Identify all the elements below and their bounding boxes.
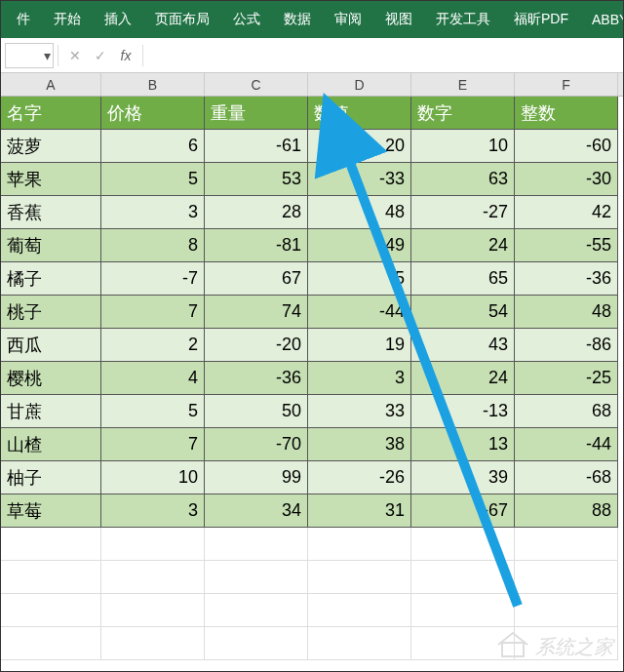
tab-data[interactable]: 数据 — [272, 1, 323, 38]
table-cell-value[interactable]: 48 — [515, 296, 618, 329]
table-cell-value[interactable]: 54 — [411, 296, 515, 329]
table-cell-name[interactable]: 甘蔗 — [1, 395, 101, 428]
empty-cell[interactable] — [101, 561, 205, 594]
empty-cell[interactable] — [205, 594, 308, 627]
table-header-cell[interactable]: 价格 — [101, 97, 205, 130]
table-cell-value[interactable]: -7 — [101, 262, 205, 296]
empty-cell[interactable] — [515, 561, 618, 594]
table-header-cell[interactable]: 整数 — [515, 97, 618, 130]
table-cell-name[interactable]: 桃子 — [1, 296, 101, 329]
tab-view[interactable]: 视图 — [373, 1, 424, 38]
table-cell-value[interactable]: 5 — [308, 262, 411, 296]
table-cell-name[interactable]: 西瓜 — [1, 329, 101, 362]
empty-cell[interactable] — [1, 561, 101, 594]
empty-cell[interactable] — [411, 528, 515, 561]
table-cell-name[interactable]: 菠萝 — [1, 130, 101, 163]
table-cell-value[interactable]: -68 — [515, 461, 618, 494]
table-cell-value[interactable]: 63 — [411, 163, 515, 196]
col-header-B[interactable]: B — [101, 73, 205, 96]
empty-cell[interactable] — [411, 561, 515, 594]
empty-cell[interactable] — [101, 594, 205, 627]
table-cell-value[interactable]: 28 — [205, 196, 308, 229]
table-cell-value[interactable]: -30 — [515, 163, 618, 196]
table-cell-value[interactable]: -33 — [308, 163, 411, 196]
table-cell-value[interactable]: -26 — [308, 461, 411, 494]
table-cell-value[interactable]: 2 — [101, 329, 205, 362]
empty-cell[interactable] — [205, 561, 308, 594]
tab-home[interactable]: 开始 — [42, 1, 93, 38]
table-cell-value[interactable]: 68 — [515, 395, 618, 428]
table-cell-value[interactable]: 74 — [205, 296, 308, 329]
table-cell-value[interactable]: 53 — [205, 163, 308, 196]
confirm-icon[interactable]: ✓ — [88, 48, 113, 63]
table-cell-value[interactable]: 24 — [411, 229, 515, 262]
table-cell-value[interactable]: 5 — [101, 163, 205, 196]
table-cell-value[interactable]: 43 — [411, 329, 515, 362]
table-cell-value[interactable]: 99 — [205, 461, 308, 494]
table-cell-value[interactable]: 7 — [101, 296, 205, 329]
table-cell-value[interactable]: 48 — [308, 196, 411, 229]
table-cell-value[interactable]: 6 — [101, 130, 205, 163]
table-cell-value[interactable]: 13 — [411, 428, 515, 461]
table-cell-value[interactable]: 88 — [515, 494, 618, 528]
table-cell-name[interactable]: 山楂 — [1, 428, 101, 461]
table-cell-value[interactable]: 3 — [101, 494, 205, 528]
table-cell-value[interactable]: 65 — [411, 262, 515, 296]
table-cell-value[interactable]: -70 — [205, 428, 308, 461]
table-cell-name[interactable]: 樱桃 — [1, 362, 101, 395]
empty-cell[interactable] — [515, 528, 618, 561]
table-cell-value[interactable]: 4 — [101, 362, 205, 395]
empty-cell[interactable] — [308, 528, 411, 561]
table-cell-value[interactable]: -86 — [515, 329, 618, 362]
tab-developer[interactable]: 开发工具 — [424, 1, 502, 38]
empty-cell[interactable] — [1, 594, 101, 627]
table-cell-value[interactable]: 31 — [308, 494, 411, 528]
table-header-cell[interactable]: 名字 — [1, 97, 101, 130]
table-cell-value[interactable]: 50 — [205, 395, 308, 428]
table-cell-value[interactable]: 33 — [308, 395, 411, 428]
empty-cell[interactable] — [101, 528, 205, 561]
empty-cell[interactable] — [1, 627, 101, 660]
table-cell-value[interactable]: 49 — [308, 229, 411, 262]
tab-insert[interactable]: 插入 — [93, 1, 143, 38]
table-cell-value[interactable]: 10 — [411, 130, 515, 163]
tab-foxit[interactable]: 福昕PDF — [502, 1, 580, 38]
table-cell-value[interactable]: 20 — [308, 130, 411, 163]
name-box[interactable]: ▾ — [5, 43, 54, 68]
table-cell-value[interactable]: -44 — [515, 428, 618, 461]
table-cell-value[interactable]: -81 — [205, 229, 308, 262]
table-cell-value[interactable]: -20 — [205, 329, 308, 362]
table-header-cell[interactable]: 数字 — [411, 97, 515, 130]
table-header-cell[interactable]: 重量 — [205, 97, 308, 130]
table-cell-value[interactable]: 34 — [205, 494, 308, 528]
table-cell-value[interactable]: 8 — [101, 229, 205, 262]
spreadsheet-grid[interactable]: 名字价格重量数值数字整数菠萝6-612010-60苹果553-3363-30香蕉… — [1, 97, 623, 660]
table-cell-value[interactable]: -60 — [515, 130, 618, 163]
col-header-C[interactable]: C — [205, 73, 308, 96]
tab-abbyy[interactable]: ABBYY F — [580, 1, 624, 38]
table-cell-name[interactable]: 香蕉 — [1, 196, 101, 229]
table-cell-name[interactable]: 草莓 — [1, 494, 101, 528]
empty-cell[interactable] — [515, 594, 618, 627]
table-cell-value[interactable]: 5 — [101, 395, 205, 428]
empty-cell[interactable] — [411, 594, 515, 627]
empty-cell[interactable] — [308, 594, 411, 627]
table-cell-name[interactable]: 橘子 — [1, 262, 101, 296]
table-cell-value[interactable]: 10 — [101, 461, 205, 494]
empty-cell[interactable] — [1, 528, 101, 561]
table-cell-value[interactable]: 3 — [308, 362, 411, 395]
cancel-icon[interactable]: ✕ — [62, 48, 88, 63]
col-header-F[interactable]: F — [515, 73, 618, 96]
table-header-cell[interactable]: 数值 — [308, 97, 411, 130]
empty-cell[interactable] — [205, 528, 308, 561]
table-cell-value[interactable]: 24 — [411, 362, 515, 395]
col-header-A[interactable]: A — [1, 73, 101, 96]
table-cell-value[interactable]: 39 — [411, 461, 515, 494]
table-cell-value[interactable]: -13 — [411, 395, 515, 428]
table-cell-value[interactable]: -67 — [411, 494, 515, 528]
empty-cell[interactable] — [205, 627, 308, 660]
tab-formulas[interactable]: 公式 — [221, 1, 272, 38]
table-cell-name[interactable]: 葡萄 — [1, 229, 101, 262]
col-header-E[interactable]: E — [411, 73, 515, 96]
empty-cell[interactable] — [101, 627, 205, 660]
